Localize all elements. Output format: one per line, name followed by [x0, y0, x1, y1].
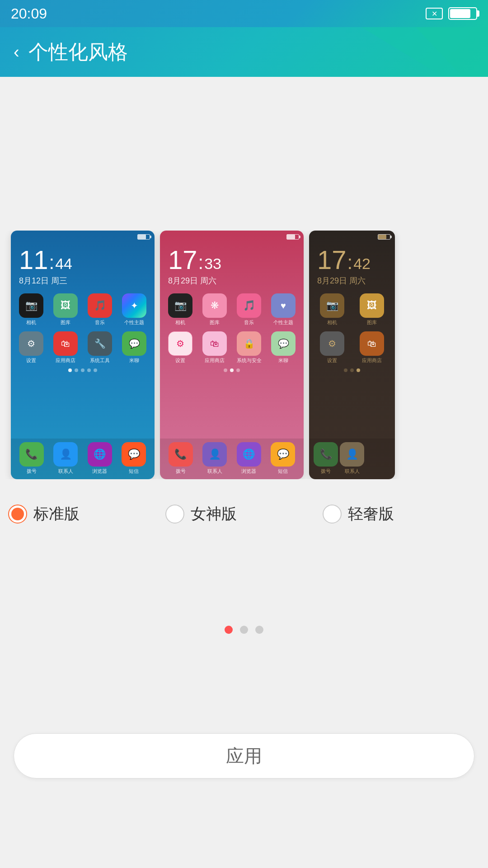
theme-cards-container: 11 : 44 8月12日 周三 📷 相机 🖼 图库 🎵	[0, 231, 488, 479]
app-settings-2: ⚙ 设置	[164, 331, 196, 364]
app-music: 🎵 音乐	[84, 293, 116, 326]
app-michat: 💬 米聊	[118, 331, 150, 364]
radio-label-goddess: 女神版	[191, 504, 237, 524]
card-page-dots	[11, 367, 155, 374]
page-dot-3	[255, 626, 263, 634]
page-indicators	[0, 608, 488, 652]
radio-label-standard: 标准版	[33, 504, 80, 524]
theme-card-standard[interactable]: 11 : 44 8月12日 周三 📷 相机 🖼 图库 🎵	[11, 231, 155, 479]
middle-spacer	[0, 535, 488, 608]
dock-sms-2: 💬 短信	[267, 442, 300, 475]
app-michat-2: 💬 米聊	[267, 331, 299, 364]
radio-luxury[interactable]: 轻奢版	[323, 504, 480, 524]
app-gallery-3: 🖼 图库	[353, 293, 390, 326]
app-appstore-2: 🛍 应用商店	[199, 331, 230, 364]
status-time: 20:09	[11, 5, 47, 22]
app-camera: 📷 相机	[15, 293, 47, 326]
card-dock: 📞 拨号 👤 联系人 🌐 浏览器 💬 短信	[11, 439, 155, 479]
dock-sms: 💬 短信	[118, 442, 150, 475]
card-dock-2: 📞 拨号 👤 联系人 🌐 浏览器 💬 短信	[160, 439, 304, 479]
card-app-grid3-row2: ⚙ 设置 🛍 应用商店	[309, 329, 395, 367]
app-theme-2: ♥ 个性主题	[267, 293, 299, 326]
signal-icon: ✕	[426, 8, 443, 19]
app-camera-3: 📷 相机	[314, 293, 351, 326]
dock-phone-3: 📞 拨号	[314, 442, 338, 475]
card-time-3: 17 : 42	[309, 243, 395, 274]
card-battery-3	[378, 234, 390, 240]
card-app-grid3-row1: 📷 相机 🖼 图库	[309, 291, 395, 329]
app-settings-3: ⚙ 设置	[314, 331, 351, 364]
page-dot-2	[240, 626, 248, 634]
card-page-dots-2	[160, 367, 304, 374]
radio-standard[interactable]: 标准版	[8, 504, 165, 524]
status-bar: 20:09 ✕	[0, 0, 488, 27]
main-content: 11 : 44 8月12日 周三 📷 相机 🖼 图库 🎵	[0, 77, 488, 806]
app-theme: ✦ 个性主题	[118, 293, 150, 326]
theme-card-goddess[interactable]: 17 : 33 8月29日 周六 📷 相机 ❋ 图库 🎵	[160, 231, 304, 479]
app-appstore: 🛍 应用商店	[50, 331, 81, 364]
card-status-bar-3	[309, 231, 395, 243]
theme-cards-section: 11 : 44 8月12日 周三 📷 相机 🖼 图库 🎵	[0, 222, 488, 493]
page-title: 个性化风格	[28, 39, 128, 66]
card-battery-2	[286, 234, 299, 240]
card-app-grid2-row2: ⚙ 设置 🛍 应用商店 🔒 系统与安全 💬 米聊	[160, 329, 304, 367]
card-battery	[137, 234, 150, 240]
battery-icon	[448, 7, 477, 20]
status-icons: ✕	[426, 7, 477, 20]
card-date: 8月12日 周三	[11, 274, 155, 291]
app-gallery-2: ❋ 图库	[199, 293, 230, 326]
app-settings: ⚙ 设置	[15, 331, 47, 364]
card-time: 11 : 44	[11, 243, 155, 274]
apply-button-label: 应用	[226, 744, 262, 769]
radio-section: 标准版 女神版 轻奢版	[0, 493, 488, 535]
app-sysec: 🔒 系统与安全	[233, 331, 265, 364]
dock-contacts-3: 👤 联系人	[340, 442, 364, 475]
battery-fill	[450, 9, 470, 18]
page-header: ‹ 个性化风格	[0, 27, 488, 77]
radio-circle-goddess[interactable]	[165, 505, 184, 524]
dock-contacts: 👤 联系人	[50, 442, 82, 475]
app-camera-2: 📷 相机	[164, 293, 196, 326]
card-status-bar	[11, 231, 155, 243]
card-status-bar-2	[160, 231, 304, 243]
dock-phone-2: 📞 拨号	[164, 442, 197, 475]
dock-browser: 🌐 浏览器	[84, 442, 116, 475]
card-app-grid-row1: 📷 相机 🖼 图库 🎵 音乐 ✦ 个性主题	[11, 291, 155, 329]
card-app-grid2-row1: 📷 相机 ❋ 图库 🎵 音乐 ♥ 个性主题	[160, 291, 304, 329]
back-button[interactable]: ‹	[14, 42, 19, 62]
radio-circle-luxury[interactable]	[323, 505, 342, 524]
app-music-2: 🎵 音乐	[233, 293, 265, 326]
app-tools: 🔧 系统工具	[84, 331, 116, 364]
theme-card-luxury[interactable]: 17 : 42 8月29日 周六 📷 相机 🖼 图库	[309, 231, 395, 479]
page-dot-1	[225, 626, 233, 634]
radio-label-luxury: 轻奢版	[348, 504, 394, 524]
card-app-grid-row2: ⚙ 设置 🛍 应用商店 🔧 系统工具 💬 米聊	[11, 329, 155, 367]
apply-button-container: 应用	[0, 724, 488, 806]
app-gallery: 🖼 图库	[50, 293, 81, 326]
card-date-2: 8月29日 周六	[160, 274, 304, 291]
radio-goddess[interactable]: 女神版	[165, 504, 323, 524]
radio-circle-standard[interactable]	[8, 505, 27, 524]
dock-phone: 📞 拨号	[15, 442, 48, 475]
apply-button[interactable]: 应用	[14, 733, 474, 778]
spacer	[0, 95, 488, 222]
card-time-2: 17 : 33	[160, 243, 304, 274]
dock-contacts-2: 👤 联系人	[199, 442, 231, 475]
card-date-3: 8月29日 周六	[309, 274, 395, 291]
bottom-spacer	[0, 652, 488, 724]
card-dock-3: 📞 拨号 👤 联系人	[309, 439, 395, 479]
dock-browser-2: 🌐 浏览器	[233, 442, 265, 475]
app-appstore-3: 🛍 应用商店	[353, 331, 390, 364]
card-page-dots-3	[309, 367, 395, 374]
